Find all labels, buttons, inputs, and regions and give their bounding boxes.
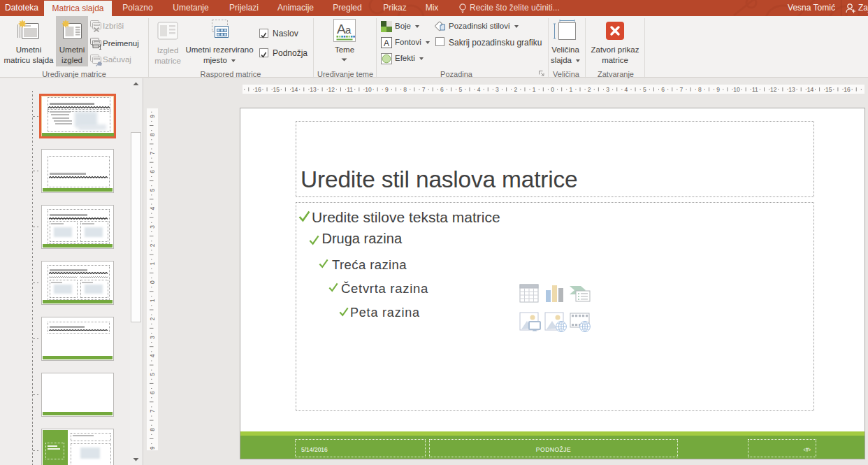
svg-text:2: 2 (514, 86, 517, 93)
svg-text:14: 14 (807, 86, 814, 93)
svg-text:9: 9 (716, 86, 720, 93)
svg-text:1: 1 (569, 86, 572, 93)
svg-text:0: 0 (551, 86, 554, 93)
svg-text:6: 6 (149, 170, 156, 173)
svg-text:8: 8 (698, 86, 702, 93)
svg-text:9: 9 (149, 115, 156, 118)
svg-text:4: 4 (625, 86, 628, 93)
svg-text:7: 7 (680, 86, 683, 93)
svg-text:15: 15 (825, 86, 832, 93)
svg-text:16: 16 (254, 86, 261, 93)
svg-text:4: 4 (149, 206, 156, 210)
svg-text:13: 13 (788, 86, 795, 93)
svg-text:10: 10 (365, 86, 372, 93)
svg-text:10: 10 (733, 86, 740, 93)
svg-text:6: 6 (149, 391, 156, 394)
svg-text:8: 8 (149, 428, 156, 431)
svg-text:1: 1 (149, 299, 156, 302)
svg-text:15: 15 (273, 86, 280, 93)
svg-text:1: 1 (533, 86, 536, 93)
svg-text:7: 7 (149, 151, 156, 155)
svg-text:13: 13 (310, 86, 317, 93)
svg-text:9: 9 (385, 86, 389, 93)
svg-text:7: 7 (422, 86, 426, 93)
svg-text:8: 8 (403, 86, 407, 93)
svg-text:7: 7 (149, 409, 156, 413)
svg-text:a: a (345, 24, 352, 36)
svg-text:5: 5 (458, 86, 462, 93)
svg-text:8: 8 (149, 133, 156, 136)
svg-text:16: 16 (844, 86, 851, 93)
svg-text:9: 9 (149, 446, 156, 450)
svg-text:2: 2 (588, 86, 591, 93)
svg-text:6: 6 (440, 86, 444, 93)
svg-text:A: A (384, 38, 389, 48)
svg-text:12: 12 (770, 86, 777, 93)
svg-text:5: 5 (149, 373, 156, 376)
svg-text:14: 14 (291, 86, 298, 93)
svg-text:0: 0 (149, 280, 156, 284)
svg-text:1: 1 (149, 262, 156, 266)
svg-text:2: 2 (149, 243, 156, 247)
svg-text:3: 3 (606, 86, 609, 93)
svg-text:3: 3 (149, 225, 156, 229)
svg-text:2: 2 (149, 317, 156, 321)
svg-text:5: 5 (643, 86, 646, 93)
svg-text:4: 4 (149, 354, 156, 357)
svg-text:5: 5 (149, 188, 156, 192)
svg-text:4: 4 (477, 86, 481, 93)
svg-text:12: 12 (328, 86, 335, 93)
svg-text:3: 3 (149, 336, 156, 339)
svg-text:11: 11 (347, 86, 353, 93)
svg-text:11: 11 (752, 86, 758, 93)
svg-text:6: 6 (661, 86, 665, 93)
svg-text:3: 3 (496, 86, 499, 93)
